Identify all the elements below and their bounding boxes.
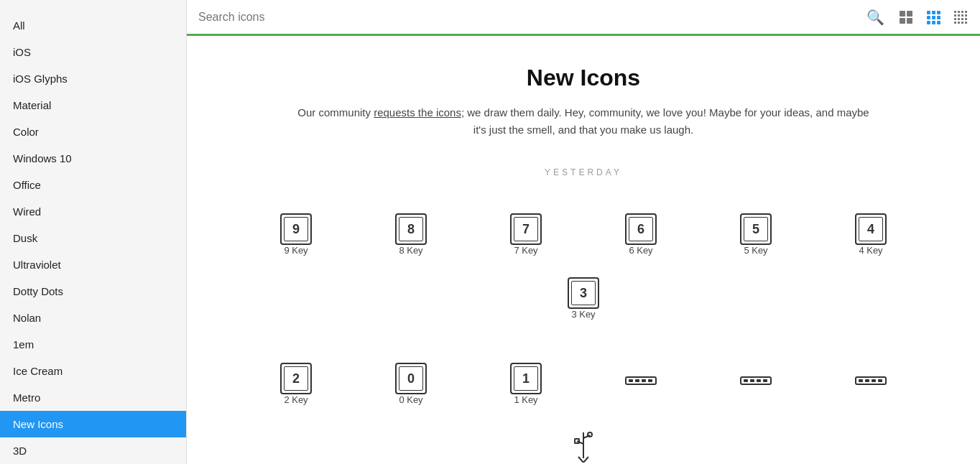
1key-label: 1 Key [514,394,537,405]
connector2-icon [738,363,774,399]
connector3-icon [853,363,889,399]
svg-rect-14 [958,11,960,13]
svg-rect-6 [937,11,940,14]
sidebar-item-metro[interactable]: Metro [0,384,186,411]
sidebar-item-windows-10[interactable]: Windows 10 [0,145,186,172]
search-input[interactable] [198,11,862,24]
sidebar-item-wired[interactable]: Wired [0,198,186,225]
icon-item-5key[interactable]: 5 5 Key [698,199,813,263]
sidebar-item-office[interactable]: Office [0,172,186,198]
svg-rect-12 [937,21,940,24]
svg-rect-26 [958,22,960,24]
view-medium-button[interactable] [921,5,946,29]
icon-item-0key[interactable]: 0 0 Key [353,348,468,414]
svg-rect-7 [927,16,930,19]
6key-icon: 6 [625,213,657,245]
icon-row-2: 2 2 Key 0 0 Key 1 1 Key [216,348,951,464]
view-toggle [894,5,973,29]
svg-rect-3 [907,18,912,24]
view-small-button[interactable] [948,5,973,29]
svg-rect-25 [954,22,956,24]
page-title: New Icons [216,65,951,91]
svg-rect-22 [958,18,960,20]
5key-label: 5 Key [744,245,767,256]
svg-rect-11 [932,21,935,24]
main-content: New Icons Our community requests the ico… [187,36,980,464]
icon-item-connector1[interactable] [583,348,698,414]
sidebar-item-1em[interactable]: 1em [0,331,186,358]
svg-rect-42 [872,379,876,382]
icon-item-2key[interactable]: 2 2 Key [239,348,353,414]
svg-rect-24 [965,18,967,20]
icon-item-8key[interactable]: 8 8 Key [353,199,468,263]
icon-item-7key[interactable]: 7 7 Key [468,199,583,263]
svg-rect-8 [932,16,935,19]
sidebar-item-nolan[interactable]: Nolan [0,305,186,331]
svg-rect-4 [927,11,930,14]
sidebar-item-ios[interactable]: iOS [0,39,186,65]
desc-link[interactable]: requests the icons [374,106,461,119]
svg-rect-13 [954,11,956,13]
4key-icon: 4 [855,213,887,245]
svg-rect-28 [965,22,967,24]
svg-rect-9 [937,16,940,19]
svg-rect-18 [958,14,960,17]
8key-icon: 8 [395,213,427,245]
svg-rect-10 [927,21,930,24]
9key-label: 9 Key [284,245,308,256]
0key-label: 0 Key [399,394,422,405]
svg-rect-35 [744,379,748,382]
svg-point-46 [588,432,592,437]
svg-rect-5 [932,11,935,14]
icon-item-4key[interactable]: 4 4 Key [813,199,928,263]
sidebar-item-dotty-dots[interactable]: Dotty Dots [0,278,186,305]
svg-rect-15 [961,11,963,13]
3key-label: 3 Key [571,309,595,320]
usb-icon [565,429,601,464]
search-icon[interactable]: 🔍 [862,4,888,30]
svg-rect-31 [635,379,639,382]
icon-item-1key[interactable]: 1 1 Key [468,348,583,414]
svg-rect-41 [865,379,869,382]
5key-icon: 5 [740,213,772,245]
svg-rect-0 [900,11,905,17]
icon-item-connector3[interactable] [813,348,928,414]
svg-rect-16 [965,11,967,13]
svg-rect-2 [900,18,905,24]
svg-rect-33 [648,379,652,382]
desc-after-link: ; we draw them daily. Hey, community, we… [461,106,869,136]
view-large-button[interactable] [894,5,918,29]
icon-item-connector2[interactable] [698,348,813,414]
3key-icon: 3 [568,277,599,309]
svg-rect-30 [629,379,633,382]
sidebar-item-ice-cream[interactable]: Ice Cream [0,358,186,384]
4key-label: 4 Key [859,245,882,256]
sidebar-item-ios-glyphs[interactable]: iOS Glyphs [0,65,186,92]
svg-rect-32 [642,379,646,382]
0key-icon: 0 [395,363,427,394]
svg-rect-40 [859,379,863,382]
icon-item-9key[interactable]: 9 9 Key [239,199,353,263]
svg-rect-20 [965,14,967,17]
svg-rect-21 [954,18,956,20]
8key-label: 8 Key [399,245,422,256]
svg-rect-19 [961,14,963,17]
svg-rect-23 [961,18,963,20]
sidebar-item-all[interactable]: All [0,12,186,39]
sidebar-item-color[interactable]: Color [0,119,186,145]
connector1-icon [623,363,659,399]
sidebar-item-dusk[interactable]: Dusk [0,225,186,251]
2key-label: 2 Key [284,394,308,405]
sidebar-item-3d[interactable]: 3D [0,437,186,464]
sidebar-item-ultraviolet[interactable]: Ultraviolet [0,251,186,278]
icon-item-usb[interactable] [526,414,641,464]
2key-icon: 2 [280,363,312,394]
9key-icon: 9 [280,213,312,245]
sidebar-item-new-icons[interactable]: New Icons [0,411,186,437]
sidebar-item-material[interactable]: Material [0,92,186,119]
icon-item-6key[interactable]: 6 6 Key [583,199,698,263]
page-description: Our community requests the icons; we dra… [296,104,871,139]
icon-item-3key[interactable]: 3 3 Key [526,263,641,327]
sidebar: AlliOSiOS GlyphsMaterialColorWindows 10O… [0,0,187,464]
desc-before-link: Our community [297,106,374,119]
